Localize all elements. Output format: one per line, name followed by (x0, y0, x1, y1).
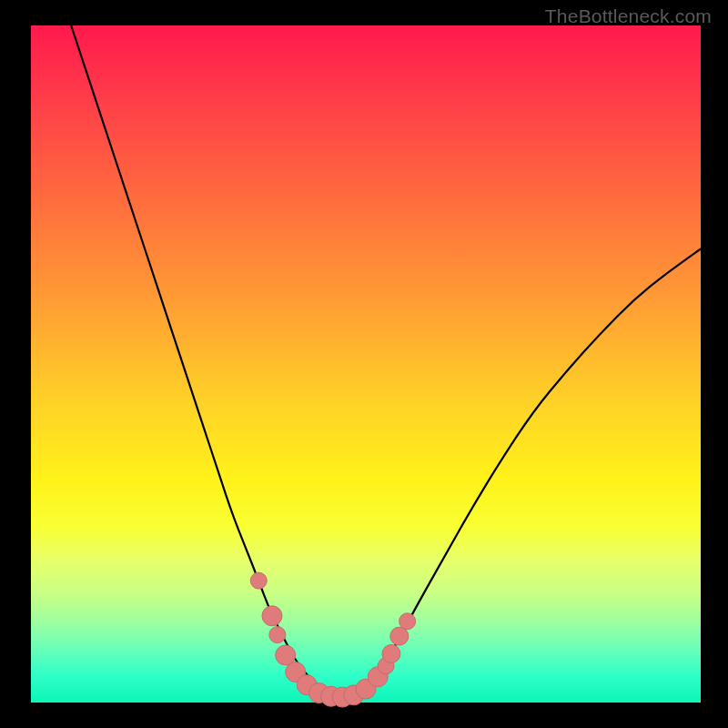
marker-point (382, 644, 400, 662)
chart-frame: TheBottleneck.com (0, 0, 728, 728)
curve-group (71, 25, 701, 697)
bottleneck-curve (71, 25, 701, 697)
marker-point (390, 627, 409, 645)
watermark-text: TheBottleneck.com (545, 5, 712, 27)
marker-point (399, 613, 416, 630)
marker-point (250, 572, 267, 589)
chart-svg (0, 0, 728, 728)
marker-point (269, 627, 286, 643)
marker-point (262, 606, 282, 626)
markers-group (250, 572, 415, 707)
